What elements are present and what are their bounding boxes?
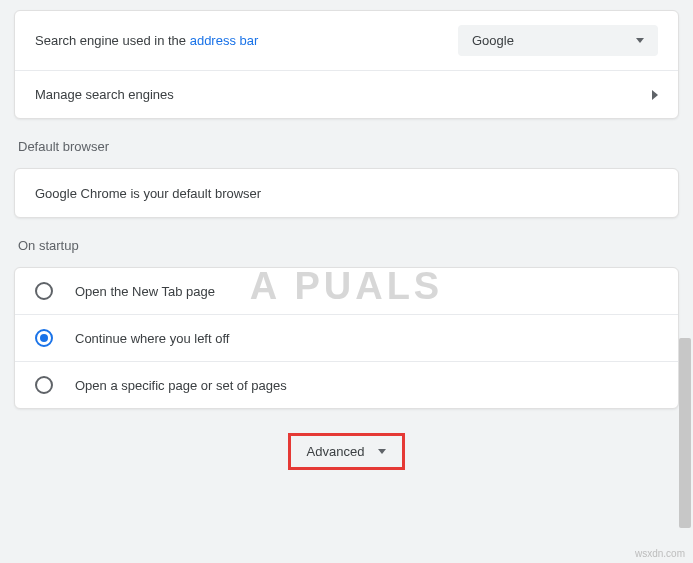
startup-option-label: Open a specific page or set of pages bbox=[75, 378, 287, 393]
manage-search-engines-label: Manage search engines bbox=[35, 87, 174, 102]
radio-icon bbox=[35, 376, 53, 394]
startup-option-label: Open the New Tab page bbox=[75, 284, 215, 299]
chevron-down-icon bbox=[636, 38, 644, 43]
advanced-container: Advanced bbox=[14, 433, 679, 470]
chevron-right-icon bbox=[652, 90, 658, 100]
startup-title: On startup bbox=[18, 238, 679, 253]
search-engine-label: Search engine used in the address bar bbox=[35, 33, 258, 48]
search-engine-card: Search engine used in the address bar Go… bbox=[14, 10, 679, 119]
default-browser-title: Default browser bbox=[18, 139, 679, 154]
search-engine-selected: Google bbox=[472, 33, 514, 48]
search-engine-label-prefix: Search engine used in the bbox=[35, 33, 190, 48]
chevron-down-icon bbox=[378, 449, 386, 454]
advanced-label: Advanced bbox=[307, 444, 365, 459]
radio-icon-selected bbox=[35, 329, 53, 347]
settings-page: Search engine used in the address bar Go… bbox=[0, 0, 693, 563]
scrollbar-thumb[interactable] bbox=[679, 338, 691, 528]
startup-option-new-tab[interactable]: Open the New Tab page bbox=[15, 268, 678, 314]
search-engine-row: Search engine used in the address bar Go… bbox=[15, 11, 678, 70]
manage-search-engines-row[interactable]: Manage search engines bbox=[15, 70, 678, 118]
default-browser-card: Google Chrome is your default browser bbox=[14, 168, 679, 218]
radio-icon bbox=[35, 282, 53, 300]
search-engine-select[interactable]: Google bbox=[458, 25, 658, 56]
startup-card: Open the New Tab page Continue where you… bbox=[14, 267, 679, 409]
startup-option-specific[interactable]: Open a specific page or set of pages bbox=[15, 361, 678, 408]
advanced-button[interactable]: Advanced bbox=[288, 433, 406, 470]
startup-option-label: Continue where you left off bbox=[75, 331, 229, 346]
default-browser-row: Google Chrome is your default browser bbox=[15, 169, 678, 217]
default-browser-status: Google Chrome is your default browser bbox=[35, 186, 261, 201]
address-bar-link[interactable]: address bar bbox=[190, 33, 259, 48]
startup-option-continue[interactable]: Continue where you left off bbox=[15, 314, 678, 361]
site-watermark: wsxdn.com bbox=[635, 548, 685, 559]
